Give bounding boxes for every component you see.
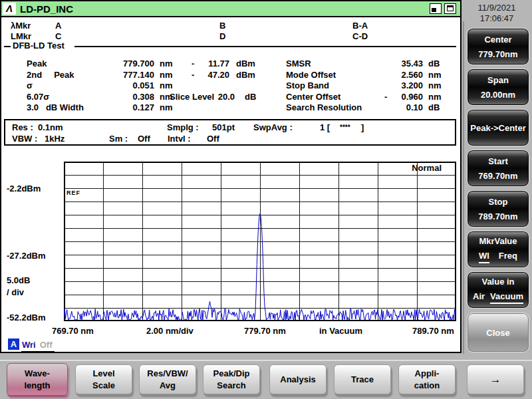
softkey-label: Peak->Center — [467, 123, 529, 133]
softkey-label: Start — [467, 156, 529, 166]
x-center-label: 779.70 nm — [244, 326, 286, 336]
meas-unit: nm — [160, 70, 173, 80]
meas-value: 2.560 — [390, 70, 423, 80]
meas-sign: - — [192, 59, 194, 68]
meas-unit: nm — [428, 92, 442, 102]
fkey-res-vbw-avg[interactable]: Res/VBW/ Avg — [139, 364, 196, 394]
title-bar: Λ LD-PD_INC — [1, 1, 460, 17]
x-medium-label: in Vacuum — [319, 326, 362, 336]
fkey-label: Appli- — [399, 368, 455, 378]
softkey-panel-groove — [463, 21, 464, 354]
sweep-settings-box: Res : 0.1nm Smplg : 501pt SwpAvg : 1 [ *… — [4, 119, 456, 146]
softkey-label: Center — [467, 35, 529, 45]
meas-value: 0.960 — [390, 92, 423, 102]
marker-d: D — [219, 31, 225, 41]
softkey-center[interactable]: Center 779.70nm — [467, 28, 529, 65]
x-per-div-label: 2.00 nm/div — [146, 326, 194, 336]
instrument-screen: Λ LD-PD_INC λMkr A B B-A LMkr C D C-D DF… — [0, 0, 462, 353]
level-marker-label: LMkr — [11, 31, 31, 41]
interval-label: Intvl : — [168, 134, 191, 144]
osa-instrument-ui: Λ LD-PD_INC λMkr A B B-A LMkr C D C-D DF… — [0, 0, 532, 399]
meas-unit: nm — [428, 70, 442, 80]
maximize-button[interactable] — [444, 3, 456, 14]
minimize-icon — [432, 8, 436, 12]
fkey-label: Wave- — [7, 368, 67, 378]
bottom-panel-highlight — [0, 360, 532, 361]
marker-a: A — [55, 21, 61, 31]
swpavg-label: SwpAvg : — [253, 122, 293, 132]
fkey-label: Scale — [76, 380, 132, 390]
meas-value2: 11.77 — [197, 59, 229, 68]
slice-level-label: Slice Level — [170, 92, 214, 102]
fkey-analysis[interactable]: Analysis — [269, 364, 327, 394]
fkey-label: length — [7, 380, 67, 390]
trace-a-badge: A — [8, 338, 19, 350]
measurement-row: 6.07σ 0.308 nm Slice Level 20.0 dB Cente… — [1, 92, 463, 102]
fkey-label: Peak/Dip — [203, 368, 259, 378]
meas-unit: nm — [160, 102, 173, 112]
measurement-row: 3.0 dB Width 0.127 nm Search Resolution … — [1, 102, 463, 113]
window-title: LD-PD_INC — [20, 3, 73, 15]
softkey-mkrvalue[interactable]: MkrValue Wl Freq — [467, 231, 529, 268]
spectrum-trace-svg — [64, 162, 456, 321]
softkey-label: Span — [467, 75, 529, 85]
fkey-level-scale[interactable]: Level Scale — [75, 364, 132, 394]
meas-unit: dB — [428, 102, 440, 112]
smplg-label: Smplg : — [167, 122, 199, 132]
option-vacuum[interactable]: Vacuum — [490, 291, 523, 304]
softkey-stop[interactable]: Stop 789.70nm — [467, 190, 529, 227]
fkey-label: Search — [203, 380, 259, 390]
option-wavelength[interactable]: Wl — [479, 251, 489, 263]
softkey-label: Stop — [467, 197, 529, 207]
softkey-peak-to-center[interactable]: Peak->Center — [467, 109, 529, 146]
vbw-label: VBW : — [12, 134, 37, 144]
meas-sign: - — [192, 70, 194, 80]
softkey-value-in[interactable]: Value in Air Vacuum — [467, 271, 529, 309]
softkey-span[interactable]: Span 20.00nm — [467, 68, 529, 106]
softkey-value: 789.70nm — [467, 211, 529, 221]
clock: 11/9/2021 17:06:47 — [464, 3, 529, 24]
softkey-value: 769.70nm — [467, 171, 529, 181]
meas-value: 0.051 — [101, 80, 154, 90]
res-value: 0.1nm — [38, 122, 63, 132]
fkey-label: Avg — [140, 380, 196, 390]
fkey-trace[interactable]: Trace — [334, 364, 391, 394]
softkey-value: 779.70nm — [467, 49, 529, 59]
meas-label: Stop Band — [286, 80, 329, 90]
window-controls — [430, 3, 456, 14]
x-stop-label: 789.70 nm — [412, 326, 454, 336]
softkey-start[interactable]: Start 769.70nm — [467, 150, 529, 187]
fkey-peak-dip-search[interactable]: Peak/Dip Search — [203, 364, 260, 394]
softkey-label: Close — [467, 328, 529, 338]
maximize-icon — [447, 5, 454, 11]
softkey-label: MkrValue — [467, 236, 529, 246]
marker-b: B — [219, 21, 225, 31]
fkey-more-menu[interactable]: → — [467, 364, 524, 394]
smooth-label: Sm : — [109, 134, 128, 144]
meas-value: 35.43 — [390, 59, 423, 68]
section-rule-right — [74, 46, 456, 47]
softkey-close[interactable]: Close — [467, 313, 529, 352]
option-air[interactable]: Air — [473, 291, 485, 304]
smooth-value: Off — [138, 134, 150, 144]
y-ref-level-label: -2.2dBm — [7, 184, 41, 194]
meas-label: SMSR — [286, 59, 311, 68]
fkey-wavelength[interactable]: Wave- length — [7, 363, 68, 396]
fkey-application[interactable]: Appli- cation — [398, 364, 456, 394]
meas-label: Search Resolution — [286, 102, 362, 112]
meas-label: Peak — [27, 59, 47, 68]
minimize-button[interactable] — [430, 3, 442, 14]
meas-unit: nm — [428, 80, 442, 90]
meas-unit2: dBm — [236, 70, 255, 80]
fkey-label: Analysis — [270, 374, 326, 384]
meas-unit: nm — [160, 59, 173, 68]
meas-value: 3.200 — [390, 80, 423, 90]
more-arrow-icon: → — [467, 373, 523, 386]
meas-unit: dB — [428, 59, 440, 68]
option-frequency[interactable]: Freq — [499, 251, 517, 263]
meas-label: 3.0 dB Width — [27, 102, 84, 112]
analysis-mode-title: DFB-LD Test — [13, 41, 65, 51]
time-text: 17:06:47 — [464, 13, 529, 24]
meas-label: σ — [27, 80, 33, 90]
vendor-logo-icon: Λ — [3, 3, 16, 15]
